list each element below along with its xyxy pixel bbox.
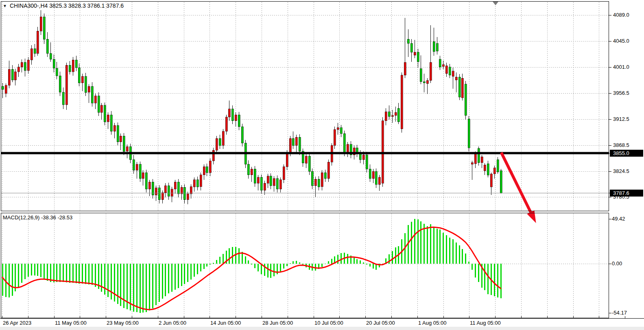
price-axis-label: 3956.5 [613, 90, 629, 96]
macd-histogram-bar [273, 264, 275, 276]
bear-candle [311, 171, 313, 186]
bear-candle [206, 167, 208, 173]
bear-candle [78, 68, 80, 83]
bull-candle [40, 17, 42, 31]
bull-candle [5, 85, 7, 94]
bull-candle [493, 168, 496, 174]
resistance-price-badge: 3855.0 [610, 150, 643, 157]
macd-histogram-bar [417, 219, 419, 264]
macd-histogram-bar [254, 264, 255, 268]
macd-histogram-bar [369, 264, 371, 267]
macd-histogram-bar [315, 264, 316, 271]
macd-histogram-bar [123, 264, 124, 308]
macd-histogram-bar [69, 264, 70, 283]
macd-histogram-bar [9, 264, 10, 297]
macd-histogram-bar [120, 264, 121, 306]
bear-candle [168, 186, 170, 196]
bull-candle [228, 109, 230, 117]
macd-histogram-bar [411, 222, 412, 264]
macd-histogram-bar [92, 264, 93, 285]
macd-histogram-bar [497, 264, 498, 297]
bull-candle [126, 146, 128, 151]
macd-histogram-bar [341, 253, 342, 264]
bull-candle [314, 179, 317, 186]
macd-histogram-bar [290, 263, 291, 264]
trend-arrow-head [527, 210, 536, 223]
macd-histogram-bar [321, 264, 323, 267]
chart-canvas[interactable] [0, 0, 644, 330]
macd-histogram-bar [427, 226, 428, 264]
bear-candle [500, 170, 502, 193]
macd-histogram-bar [302, 264, 303, 264]
macd-histogram-bar [299, 262, 300, 264]
macd-histogram-bar [79, 264, 80, 284]
macd-histogram-bar [264, 264, 265, 276]
bull-candle [382, 121, 384, 184]
macd-histogram-bar [184, 264, 185, 284]
macd-histogram-bar [44, 264, 45, 279]
macd-histogram-bar [197, 264, 198, 274]
bear-candle [410, 44, 413, 52]
candlestick-layer [2, 10, 502, 204]
macd-histogram-bar [114, 264, 115, 302]
bear-candle [34, 49, 36, 54]
price-axis-label: 4001.0 [613, 64, 629, 70]
bull-candle [94, 96, 96, 103]
macd-histogram-bar [487, 264, 489, 294]
bear-candle [50, 53, 52, 59]
bull-candle [181, 187, 183, 194]
bear-candle [139, 164, 141, 179]
bull-candle [404, 62, 406, 75]
bull-candle [225, 117, 227, 131]
macd-histogram-bar [395, 247, 396, 264]
macd-histogram-bar [56, 264, 57, 282]
bull-candle [289, 138, 291, 153]
bear-candle [177, 182, 179, 194]
macd-histogram-bar [66, 264, 67, 282]
bull-candle [212, 150, 214, 161]
shift-marker-triangle[interactable] [493, 2, 498, 5]
macd-histogram-bar [439, 229, 441, 264]
bear-candle [359, 154, 361, 160]
bull-candle [235, 115, 237, 121]
bear-candle [62, 92, 64, 105]
trend-arrow[interactable] [501, 153, 536, 223]
bear-candle [196, 180, 199, 187]
macd-histogram-bar [12, 264, 13, 296]
bull-candle [257, 177, 259, 184]
symbol-dropdown-icon[interactable]: ▼ [3, 4, 7, 8]
bull-candle [264, 183, 266, 190]
bear-candle [123, 136, 125, 151]
macd-histogram-bar [40, 264, 41, 277]
macd-axis-label: -54.17 [612, 310, 627, 316]
macd-histogram-bar [373, 264, 374, 269]
bull-candle [114, 125, 116, 131]
macd-histogram-bar [437, 229, 438, 264]
bear-candle [436, 44, 438, 51]
bear-candle [85, 76, 87, 92]
macd-histogram-bar [76, 264, 77, 283]
macd-histogram-bar [107, 264, 109, 297]
macd-histogram-bar [238, 248, 240, 264]
macd-histogram-bar [293, 261, 294, 264]
bull-candle [251, 169, 253, 175]
macd-histogram-bar [171, 264, 172, 292]
bear-candle [439, 59, 441, 67]
price-axis-label: 4045.0 [613, 38, 629, 44]
bear-candle [183, 187, 186, 199]
macd-histogram-bar [392, 251, 393, 264]
bull-candle [385, 112, 387, 121]
bull-candle [426, 81, 428, 83]
macd-histogram-bar [296, 261, 297, 264]
bull-candle [155, 188, 157, 195]
resistance-hline[interactable] [1, 152, 609, 155]
macd-histogram-bar [133, 264, 134, 312]
macd-histogram-bar [203, 264, 205, 269]
bear-candle [238, 115, 240, 127]
mt4-chart-window[interactable]: ▼CHINA300-,H4 3825.3 3828.3 3786.1 3787.… [0, 0, 644, 330]
bull-candle [305, 156, 307, 163]
bull-candle [484, 165, 486, 171]
bull-candle [372, 171, 374, 178]
bear-candle [158, 188, 160, 200]
bear-candle [254, 169, 256, 183]
